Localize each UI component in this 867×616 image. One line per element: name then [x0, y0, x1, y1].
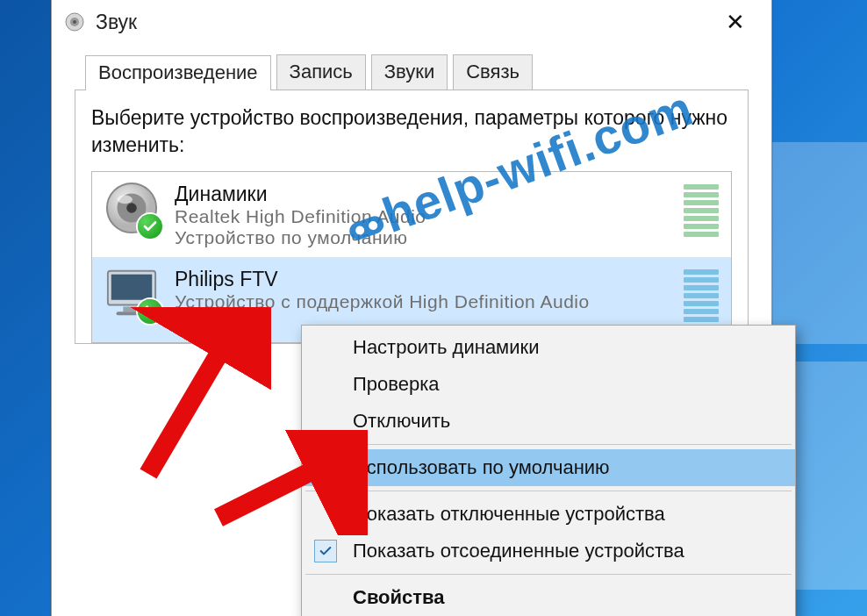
menu-label: Показать отсоединенные устройства: [353, 540, 684, 562]
menu-separator: [305, 574, 792, 575]
tab-communications[interactable]: Связь: [453, 54, 533, 90]
menu-properties[interactable]: Свойства: [302, 579, 795, 616]
sound-dialog: Звук ✕ Воспроизведение Запись Звуки Связ…: [51, 0, 772, 616]
svg-rect-8: [111, 275, 153, 300]
svg-point-2: [73, 20, 76, 24]
context-menu: Настроить динамики Проверка Отключить Ис…: [301, 325, 796, 616]
speaker-icon: [104, 181, 159, 235]
svg-point-5: [126, 203, 137, 213]
level-meter: [684, 181, 719, 248]
device-info: Philips FTV Устройство с поддержкой High…: [175, 266, 668, 333]
tab-recording[interactable]: Запись: [276, 54, 366, 90]
svg-point-6: [118, 196, 133, 204]
tab-strip: Воспроизведение Запись Звуки Связь: [75, 54, 749, 90]
phone-badge-icon: [138, 299, 162, 324]
close-button[interactable]: ✕: [705, 0, 766, 44]
menu-show-disconnected[interactable]: Показать отсоединенные устройства: [302, 533, 795, 569]
desktop-background: Звук ✕ Воспроизведение Запись Звуки Связ…: [0, 0, 867, 616]
monitor-icon: [104, 266, 159, 320]
menu-disable[interactable]: Отключить: [302, 403, 795, 440]
device-driver: Устройство с поддержкой High Definition …: [175, 291, 668, 312]
titlebar: Звук ✕: [52, 0, 771, 44]
menu-set-default[interactable]: Использовать по умолчанию: [302, 449, 795, 486]
window-title: Звук: [96, 11, 137, 34]
menu-configure-speakers[interactable]: Настроить динамики: [302, 329, 795, 366]
menu-separator: [305, 491, 792, 491]
svg-rect-11: [348, 214, 386, 242]
tab-playback[interactable]: Воспроизведение: [85, 55, 271, 90]
menu-separator: [305, 444, 792, 445]
menu-show-disabled[interactable]: Показать отключенные устройства: [302, 496, 795, 533]
menu-test[interactable]: Проверка: [302, 366, 795, 403]
tab-sounds[interactable]: Звуки: [371, 54, 448, 90]
default-check-icon: [138, 214, 162, 239]
sound-icon: [64, 11, 85, 32]
level-meter: [684, 266, 719, 333]
check-icon: [314, 540, 337, 562]
device-name: Philips FTV: [175, 268, 668, 291]
